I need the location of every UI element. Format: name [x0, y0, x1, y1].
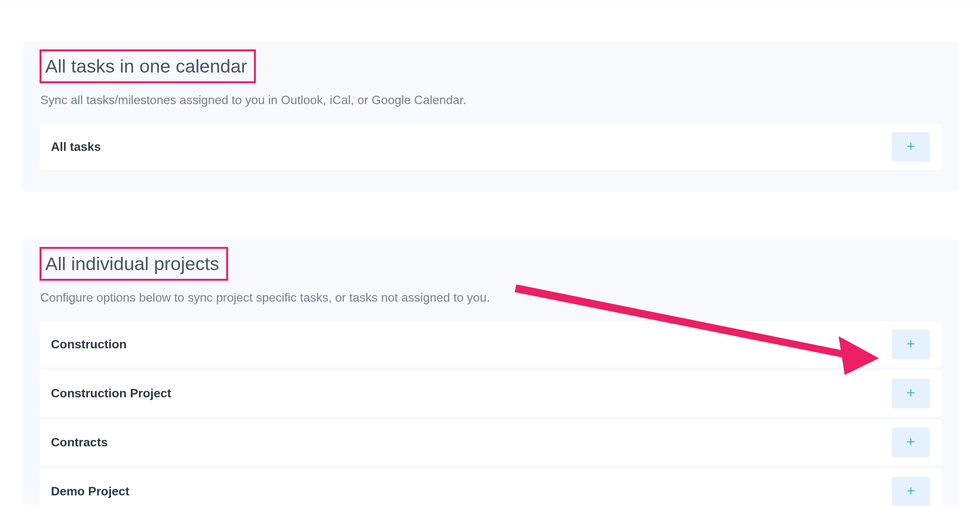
expand-button[interactable] [892, 428, 930, 457]
project-row-demo-project[interactable]: Demo Project [40, 468, 941, 506]
plus-icon [906, 141, 916, 153]
plus-icon [906, 437, 916, 448]
all-projects-title: All individual projects [40, 247, 228, 281]
all-projects-header: All individual projects Configure option… [23, 240, 958, 305]
plus-icon [906, 339, 916, 350]
all-tasks-description: Sync all tasks/milestones assigned to yo… [40, 93, 941, 107]
row-label: Demo Project [51, 484, 129, 498]
expand-button[interactable] [892, 379, 930, 408]
project-row-contracts[interactable]: Contracts [40, 419, 941, 466]
project-row-construction-project[interactable]: Construction Project [40, 370, 941, 417]
all-tasks-items: All tasks [23, 107, 958, 170]
top-divider [0, 4, 980, 4]
row-label: Construction [51, 337, 127, 351]
expand-button[interactable] [892, 132, 930, 162]
plus-icon [906, 486, 916, 497]
all-projects-section: All individual projects Configure option… [23, 240, 958, 505]
plus-icon [906, 388, 916, 399]
expand-button[interactable] [892, 330, 930, 359]
all-tasks-header: All tasks in one calendar Sync all tasks… [23, 42, 958, 107]
task-row-all-tasks[interactable]: All tasks [40, 124, 941, 170]
row-label: Construction Project [51, 386, 171, 400]
expand-button[interactable] [892, 477, 930, 506]
row-label: All tasks [51, 140, 101, 154]
all-projects-items: Construction Construction Project Contra… [23, 305, 958, 506]
project-row-construction[interactable]: Construction [40, 321, 941, 368]
row-label: Contracts [51, 435, 108, 449]
all-projects-description: Configure options below to sync project … [40, 290, 941, 305]
all-tasks-title: All tasks in one calendar [40, 49, 256, 83]
all-tasks-section: All tasks in one calendar Sync all tasks… [23, 42, 958, 192]
